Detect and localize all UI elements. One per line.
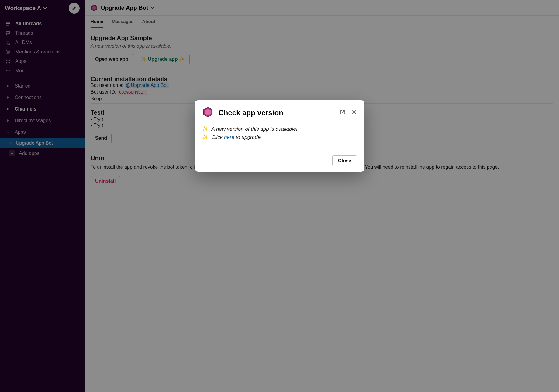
button-label: Close bbox=[338, 158, 351, 163]
modal-footer: Close bbox=[195, 150, 364, 172]
modal-overlay[interactable]: Check app version ✨ A new version of thi… bbox=[0, 0, 559, 392]
modal-line: ✨ A new version of this app is available… bbox=[202, 126, 357, 132]
modal-text-post: to upgrade. bbox=[234, 134, 262, 140]
modal-header: Check app version bbox=[195, 100, 364, 122]
upgrade-link[interactable]: here bbox=[224, 134, 234, 140]
sparkle-icon: ✨ bbox=[202, 126, 209, 132]
sparkle-icon: ✨ bbox=[202, 134, 209, 140]
close-button[interactable]: Close bbox=[332, 155, 357, 166]
close-icon[interactable] bbox=[351, 109, 357, 116]
open-external-icon[interactable] bbox=[340, 109, 346, 116]
modal-text: Click here to upgrade. bbox=[212, 134, 262, 140]
modal-body: ✨ A new version of this app is available… bbox=[195, 122, 364, 150]
modal-text-pre: Click bbox=[212, 134, 224, 140]
app-hex-icon bbox=[202, 106, 214, 119]
check-app-version-modal: Check app version ✨ A new version of thi… bbox=[195, 100, 364, 172]
modal-title: Check app version bbox=[219, 108, 335, 117]
modal-text: A new version of this app is available! bbox=[212, 126, 298, 132]
modal-header-actions bbox=[340, 109, 357, 116]
modal-line: ✨ Click here to upgrade. bbox=[202, 134, 357, 140]
